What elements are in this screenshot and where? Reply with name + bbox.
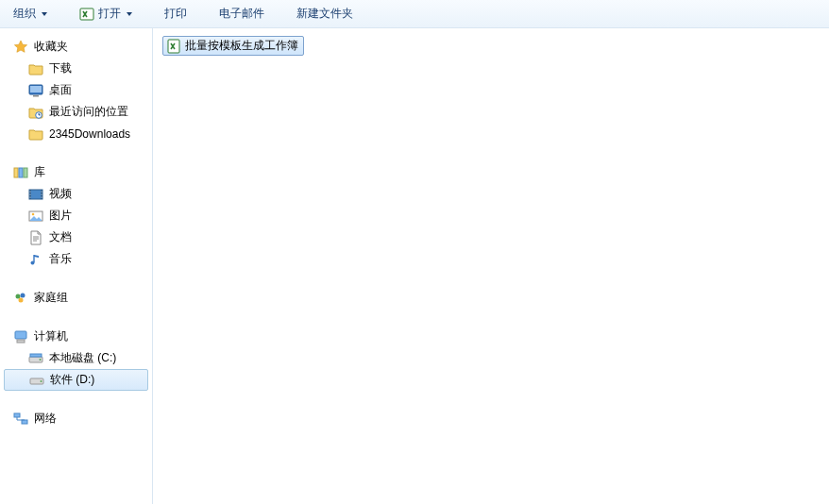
svg-point-13	[29, 196, 30, 197]
star-icon	[13, 40, 28, 55]
folder-icon	[28, 61, 43, 76]
svg-point-29	[41, 380, 42, 382]
sidebar-item-2345downloads[interactable]: 2345Downloads	[0, 123, 152, 144]
network-label: 网络	[34, 411, 57, 427]
computer-header[interactable]: 计算机	[0, 326, 152, 347]
sidebar-item-recent[interactable]: 最近访问的位置	[0, 101, 152, 123]
favorites-group: 收藏夹 下载 桌面 最近访问的位置 2345Downloads	[0, 36, 152, 144]
document-icon	[28, 230, 43, 245]
svg-rect-24	[17, 340, 25, 343]
tree-label: 软件 (D:)	[50, 372, 94, 388]
sidebar-item-downloads[interactable]: 下载	[0, 58, 152, 79]
svg-rect-31	[22, 420, 27, 424]
svg-rect-27	[30, 354, 42, 357]
computer-icon	[13, 329, 28, 344]
toolbar: 组织 打开 打印 电子邮件 新建文件夹	[0, 0, 829, 28]
sidebar-item-desktop[interactable]: 桌面	[0, 79, 152, 101]
video-icon	[28, 187, 43, 202]
excel-file-icon	[166, 39, 181, 54]
tree-label: 最近访问的位置	[49, 104, 128, 120]
svg-rect-0	[80, 8, 93, 20]
svg-point-14	[41, 191, 42, 192]
tree-label: 视频	[49, 186, 72, 202]
network-icon	[13, 412, 28, 427]
svg-rect-6	[19, 168, 23, 177]
svg-rect-23	[15, 331, 26, 339]
svg-rect-5	[14, 168, 18, 177]
libraries-header[interactable]: 库	[0, 161, 152, 183]
sidebar-item-drive-d[interactable]: 软件 (D:)	[4, 369, 148, 391]
svg-point-26	[40, 359, 42, 361]
file-name: 批量按模板生成工作簿	[185, 38, 298, 54]
tree-label: 2345Downloads	[49, 127, 130, 141]
sidebar-item-videos[interactable]: 视频	[0, 183, 152, 205]
drive-icon	[29, 373, 44, 388]
tree-label: 文档	[49, 229, 72, 245]
recent-icon	[28, 105, 43, 120]
chevron-down-icon	[42, 12, 47, 16]
computer-label: 计算机	[34, 328, 68, 344]
library-icon	[13, 165, 28, 180]
homegroup-icon	[13, 291, 28, 306]
chevron-down-icon	[127, 12, 132, 16]
svg-point-16	[41, 196, 42, 197]
new-folder-label: 新建文件夹	[296, 6, 353, 22]
svg-rect-3	[33, 95, 39, 97]
homegroup-group: 家庭组	[0, 287, 152, 309]
svg-rect-32	[168, 40, 179, 53]
folder-icon	[28, 126, 43, 142]
libraries-group: 库 视频 图片 文档 音乐	[0, 161, 152, 270]
print-button[interactable]: 打印	[157, 3, 195, 25]
svg-point-22	[19, 297, 24, 302]
drive-icon	[28, 351, 43, 366]
open-label: 打开	[98, 6, 121, 22]
excel-icon	[79, 7, 94, 22]
tree-label: 桌面	[49, 82, 72, 98]
email-button[interactable]: 电子邮件	[211, 3, 272, 25]
network-group: 网络	[0, 408, 152, 429]
file-item[interactable]: 批量按模板生成工作簿	[162, 36, 304, 56]
sidebar-item-documents[interactable]: 文档	[0, 227, 152, 248]
tree-label: 图片	[49, 208, 72, 224]
sidebar-item-pictures[interactable]: 图片	[0, 205, 152, 227]
favorites-label: 收藏夹	[34, 39, 68, 55]
print-label: 打印	[164, 6, 187, 22]
tree-label: 本地磁盘 (C:)	[49, 350, 116, 366]
svg-rect-30	[14, 413, 20, 417]
sidebar-item-drive-c[interactable]: 本地磁盘 (C:)	[0, 347, 152, 369]
svg-rect-8	[29, 190, 42, 199]
svg-point-15	[41, 193, 42, 194]
organize-label: 组织	[13, 6, 36, 22]
svg-rect-2	[30, 86, 42, 92]
network-header[interactable]: 网络	[0, 408, 152, 429]
svg-point-19	[31, 260, 35, 264]
open-button[interactable]: 打开	[72, 3, 140, 25]
libraries-label: 库	[34, 164, 45, 180]
svg-point-12	[29, 193, 30, 194]
body-area: 收藏夹 下载 桌面 最近访问的位置 2345Downloads	[0, 28, 829, 504]
organize-button[interactable]: 组织	[6, 3, 55, 25]
homegroup-label: 家庭组	[34, 290, 68, 306]
computer-group: 计算机 本地磁盘 (C:) 软件 (D:)	[0, 326, 152, 391]
picture-icon	[28, 209, 43, 224]
svg-point-20	[16, 294, 21, 298]
homegroup-header[interactable]: 家庭组	[0, 287, 152, 309]
navigation-sidebar: 收藏夹 下载 桌面 最近访问的位置 2345Downloads	[0, 28, 153, 504]
desktop-icon	[28, 83, 43, 98]
tree-label: 下载	[49, 60, 72, 76]
new-folder-button[interactable]: 新建文件夹	[289, 3, 361, 25]
sidebar-item-music[interactable]: 音乐	[0, 248, 152, 270]
svg-point-18	[32, 212, 35, 215]
music-icon	[28, 252, 43, 267]
svg-point-11	[29, 191, 30, 192]
content-pane[interactable]: 批量按模板生成工作簿	[153, 28, 829, 504]
svg-point-21	[21, 293, 25, 297]
tree-label: 音乐	[49, 251, 72, 267]
favorites-header[interactable]: 收藏夹	[0, 36, 152, 58]
email-label: 电子邮件	[219, 6, 264, 22]
svg-rect-7	[24, 168, 27, 177]
